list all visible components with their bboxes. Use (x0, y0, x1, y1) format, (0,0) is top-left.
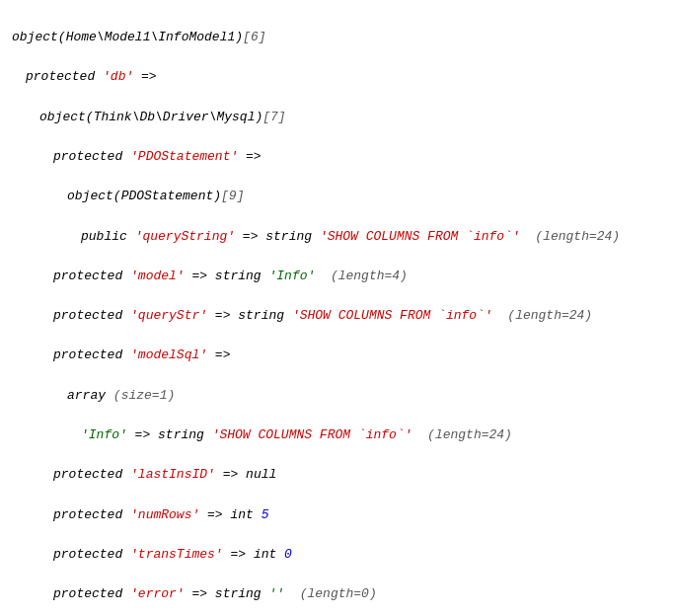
line-array-size1: array (size=1) (12, 386, 662, 406)
line-protected-pdo: protected 'PDOStatement' => (12, 147, 662, 167)
line-object-think: object(Think\Db\Driver\Mysql)[7] (12, 108, 662, 127)
line-protected-lastinsid: protected 'lastInsID' => null (12, 465, 662, 485)
line-info-item: 'Info' => string 'SHOW COLUMNS FROM `inf… (12, 425, 662, 445)
line-protected-querystr: protected 'queryStr' => string 'SHOW COL… (12, 306, 662, 326)
line-protected-db: protected 'db' => (12, 67, 662, 87)
line-protected-model: protected 'model' => string 'Info' (leng… (12, 267, 662, 286)
line-protected-numrows: protected 'numRows' => int 5 (12, 505, 662, 525)
line-object-pdostatement: object(PDOStatement)[9] (12, 187, 662, 206)
line-object-header: object(Home\Model1\InfoModel1)[6] (12, 28, 662, 47)
line-public-querystring: public 'queryString' => string 'SHOW COL… (12, 227, 662, 247)
code-display: object(Home\Model1\InfoModel1)[6] protec… (12, 8, 662, 616)
line-protected-error: protected 'error' => string '' (length=0… (12, 584, 662, 604)
line-protected-modelsql: protected 'modelSql' => (12, 346, 662, 365)
line-protected-transtimes: protected 'transTimes' => int 0 (12, 545, 662, 565)
